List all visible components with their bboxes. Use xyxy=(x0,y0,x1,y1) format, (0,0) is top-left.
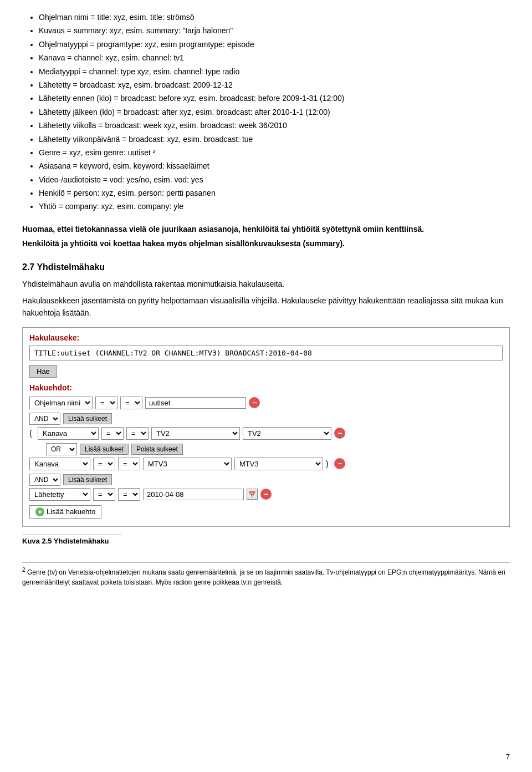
op-select-3b[interactable]: = xyxy=(118,458,140,470)
search-form-box: Hakulauseke: TITLE:uutiset (CHANNEL:TV2 … xyxy=(22,327,510,527)
condition-row-4: Lähetetty = = 📅 − xyxy=(29,488,503,501)
add-icon: + xyxy=(35,507,44,516)
list-item: Genre = xyz, esim genre: uutiset ² xyxy=(39,146,510,159)
list-item: Kanava = channel: xyz, esim. channel: tv… xyxy=(39,52,510,64)
op-select-4[interactable]: = xyxy=(93,488,115,501)
field-select-4[interactable]: Lähetetty xyxy=(29,488,90,501)
figure-caption-text: Kuva 2.5 Yhdistelmähaku xyxy=(22,537,109,545)
list-item: Lähetetty viikolla = broadcast: week xyz… xyxy=(39,119,510,131)
logic-select-1[interactable]: AND OR xyxy=(29,413,60,425)
notice-text2: Henkilöitä ja yhtiöitä voi koettaa hakea… xyxy=(22,237,510,250)
condition-rows: Ohjelman nimi = = − AND OR Lisää sulkeet… xyxy=(29,397,503,501)
list-item: Mediatyyppi = channel: type xyz, esim. c… xyxy=(39,65,510,78)
add-condition-label: Lisää hakuehto xyxy=(47,507,95,516)
field-select-1[interactable]: Ohjelman nimi xyxy=(29,397,93,409)
list-item: Henkilö = person: xyz, esim. person: per… xyxy=(39,187,510,199)
section-number: 2.7 xyxy=(22,262,34,272)
op-select-4b[interactable]: = xyxy=(118,488,140,501)
remove-btn-1[interactable]: − xyxy=(249,397,260,408)
val-input-1[interactable] xyxy=(145,397,246,409)
list-item: Video-/audiotoisto = vod: yes/no, esim. … xyxy=(39,174,510,186)
field-select-3[interactable]: Kanava xyxy=(29,458,90,470)
list-item: Kuvaus = summary: xyz, esim. summary: "t… xyxy=(39,24,510,37)
list-item: Ohjelmatyyppi = programtype: xyz, esim p… xyxy=(39,38,510,50)
intro-text-2: Hakulausekkeen jäsentämistä on pyritty h… xyxy=(22,294,510,319)
hakuehdot-label: Hakuehdot: xyxy=(29,383,503,392)
logic-row-1: AND OR Lisää sulkeet xyxy=(29,413,503,425)
op-select-3[interactable]: = xyxy=(93,458,115,470)
condition-row-1: Ohjelman nimi = = − xyxy=(29,397,503,409)
list-item: Lähetetty viikonpäivänä = broadcast: xyz… xyxy=(39,133,510,145)
list-item: Asiasana = keyword, esim. keyword: kissa… xyxy=(39,160,510,172)
val-select-2b[interactable]: TV2 xyxy=(243,427,331,440)
logic-select-3[interactable]: AND OR xyxy=(29,474,60,486)
op-select-2[interactable]: = xyxy=(101,427,124,440)
paren-close-3: ) xyxy=(326,459,331,468)
add-condition-button[interactable]: + Lisää hakuehto xyxy=(29,505,101,519)
list-item: Lähetetty = broadcast: xyz, esim. broadc… xyxy=(39,79,510,91)
query-display: TITLE:uutiset (CHANNEL:TV2 OR CHANNEL:MT… xyxy=(29,346,503,360)
footnote-text: 2 Genre (tv) on Venetsia-ohjelmatietojen… xyxy=(22,566,510,587)
date-input-4[interactable] xyxy=(143,489,244,500)
op-select-1b[interactable]: = xyxy=(120,397,142,409)
list-item: Ohjelman nimi = title: xyz, esim. title:… xyxy=(39,11,510,23)
list-item: Lähetetty jälkeen (klo) = broadcast: aft… xyxy=(39,106,510,118)
section-heading: 2.7 Yhdistelmähaku xyxy=(22,262,510,272)
val-select-2[interactable]: TV2 xyxy=(151,427,240,440)
logic-row-3: AND OR Lisää sulkeet xyxy=(29,474,503,486)
list-item: Yhtiö = company: xyz, esim. company: yle xyxy=(39,200,510,212)
remove-btn-3[interactable]: − xyxy=(334,458,345,469)
val-select-3[interactable]: MTV3 xyxy=(143,458,232,470)
figure-caption: Kuva 2.5 Yhdistelmähaku xyxy=(22,535,510,545)
logic-select-2[interactable]: OR AND xyxy=(46,443,77,455)
footnote-section: 2 Genre (tv) on Venetsia-ohjelmatietojen… xyxy=(22,562,510,587)
section-title: Yhdistelmähaku xyxy=(37,262,105,272)
notice-text1: Huomaa, ettei tietokannassa vielä ole ju… xyxy=(22,223,510,235)
op-select-2b[interactable]: = xyxy=(126,427,149,440)
caption-line xyxy=(22,535,122,535)
remove-parens-btn-2[interactable]: Poista sulkeet xyxy=(131,444,183,455)
add-parens-btn-1[interactable]: Lisää sulkeet xyxy=(63,413,112,424)
condition-row-2: ( Kanava = = TV2 TV2 − xyxy=(29,427,503,440)
paren-open-2: ( xyxy=(29,429,35,438)
calendar-btn-4[interactable]: 📅 xyxy=(247,489,258,500)
condition-row-3: Kanava = = MTV3 MTV3 ) − xyxy=(29,458,503,470)
intro-text-1: Yhdistelmähaun avulla on mahdollista rak… xyxy=(22,278,510,290)
hae-button[interactable]: Hae xyxy=(29,365,57,378)
field-select-2[interactable]: Kanava xyxy=(38,427,99,440)
notice-block: Huomaa, ettei tietokannassa vielä ole ju… xyxy=(22,223,510,250)
remove-btn-4[interactable]: − xyxy=(260,489,272,500)
add-parens-btn-3[interactable]: Lisää sulkeet xyxy=(63,474,112,485)
op-select-1[interactable]: = xyxy=(95,397,117,409)
add-parens-btn-2[interactable]: Lisää sulkeet xyxy=(80,444,129,455)
logic-row-2: OR AND Lisää sulkeet Poista sulkeet xyxy=(29,443,503,455)
remove-btn-2[interactable]: − xyxy=(334,428,345,439)
val-select-3b[interactable]: MTV3 xyxy=(234,458,323,470)
hakulauseke-label: Hakulauseke: xyxy=(29,333,503,342)
list-item: Lähetetty ennen (klo) = broadcast: befor… xyxy=(39,92,510,104)
main-bullet-list: Ohjelman nimi = title: xyz, esim. title:… xyxy=(39,11,510,213)
